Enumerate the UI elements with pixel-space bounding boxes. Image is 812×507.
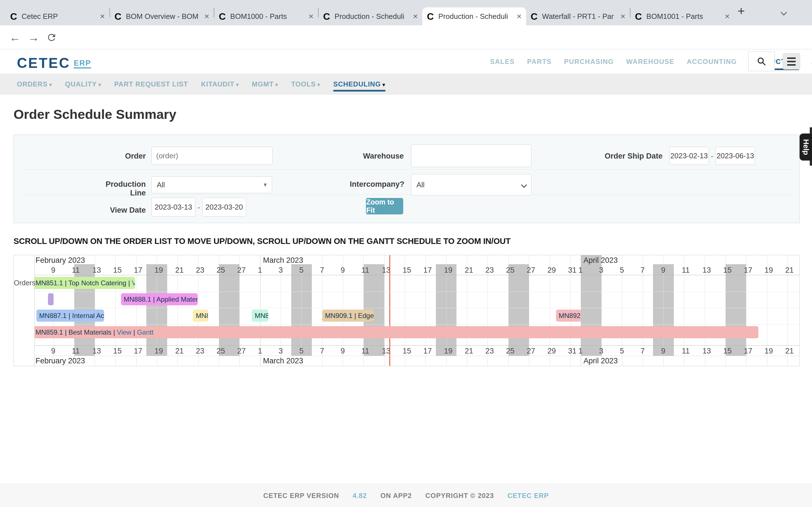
orders-column: Orders	[14, 255, 35, 366]
tab-title: Production - Scheduli	[335, 12, 410, 21]
browser-tab[interactable]: CBOM Overview - BOM×	[110, 7, 214, 25]
tab-close-icon[interactable]: ×	[204, 11, 209, 21]
day-label: 9	[341, 347, 345, 355]
gantt-timeline[interactable]: 7799111113131515171719192121232325252727…	[35, 255, 799, 366]
browser-tab[interactable]: CProduction - Scheduli×	[319, 7, 422, 25]
gantt-bar[interactable]: MN888.1 | Applied Materials, In	[121, 293, 198, 305]
day-label: 21	[785, 347, 794, 355]
ship-date-from[interactable]: 2023-02-13	[669, 147, 709, 165]
subnav-item-orders[interactable]: ORDERS▾	[17, 77, 52, 92]
day-label: 11	[72, 347, 80, 355]
select-chevron-icon	[521, 182, 527, 187]
tab-close-icon[interactable]: ×	[516, 11, 522, 21]
day-label: 31	[568, 347, 576, 355]
tab-search-chevron-icon[interactable]	[781, 10, 786, 16]
browser-tab[interactable]: CBOM1001 - Parts×	[630, 7, 734, 25]
day-label: 27	[527, 266, 535, 275]
forward-icon[interactable]: →	[27, 31, 41, 45]
hamburger-menu-button[interactable]	[783, 53, 800, 69]
cetec-logo[interactable]: CETECERP	[17, 55, 91, 71]
today-line	[389, 255, 390, 366]
gantt-bar[interactable]: MN89	[193, 309, 208, 322]
nav-item-accounting[interactable]: ACCOUNTING	[687, 53, 737, 70]
browser-toolbar: ← → demo.cetecerp.com/productionscheduli…	[0, 25, 812, 49]
zoom-to-fit-button[interactable]: Zoom to Fit	[366, 198, 403, 214]
day-label: 19	[154, 266, 163, 275]
weekend-band	[581, 255, 601, 356]
nav-item-warehouse[interactable]: WAREHOUSE	[626, 53, 674, 70]
day-label: 1	[258, 266, 262, 275]
tab-strip: CCetec ERP×CBOM Overview - BOM×CBOM1000 …	[0, 0, 812, 25]
help-tab[interactable]: Help	[800, 133, 812, 161]
nav-item-sales[interactable]: SALES	[490, 53, 515, 70]
subnav-item-tools[interactable]: TOOLS▾	[291, 77, 320, 92]
gantt-bar[interactable]: MN859.1 | Best Materials | View | Gantt	[35, 326, 758, 338]
bar-link-view[interactable]: View	[117, 328, 132, 336]
day-label: 7	[320, 347, 324, 355]
gantt-bar[interactable]	[48, 293, 54, 305]
subnav-item-scheduling[interactable]: SCHEDULING▾	[333, 77, 386, 92]
view-date-to[interactable]: 2023-03-20	[202, 198, 246, 217]
day-label: 27	[237, 266, 246, 275]
bar-link-view[interactable]: View	[132, 279, 135, 287]
footer-link[interactable]: CETEC ERP	[507, 492, 549, 500]
page-title: Order Schedule Summary	[13, 107, 176, 122]
gantt-bar[interactable]: MN851.1 | Top Notch Catering | View | Ga	[35, 277, 135, 289]
gantt-footer-divider	[14, 345, 799, 346]
intercompany-select[interactable]: All	[411, 174, 531, 195]
back-icon[interactable]: ←	[8, 31, 22, 45]
day-label: 15	[403, 347, 411, 355]
month-label: February 2023	[36, 356, 85, 365]
day-label: 9	[341, 266, 345, 275]
day-label: 5	[299, 266, 303, 275]
footer-link[interactable]: 4.82	[352, 492, 367, 500]
day-label: 7	[320, 266, 324, 275]
bar-link-gantt[interactable]: Gantt	[137, 328, 154, 336]
nav-item-parts[interactable]: PARTS	[527, 53, 552, 70]
weekend-band	[725, 264, 746, 356]
warehouse-input[interactable]	[411, 145, 531, 167]
subnav-item-mgmt[interactable]: MGMT▾	[252, 77, 278, 92]
browser-tab[interactable]: CCetec ERP×	[6, 7, 109, 25]
nav-item-purchasing[interactable]: PURCHASING	[564, 53, 614, 70]
browser-tab[interactable]: CProduction - Scheduli×	[422, 7, 526, 25]
tab-title: BOM1000 - Parts	[231, 12, 305, 21]
gantt-bar[interactable]: MN87	[252, 309, 268, 322]
browser-tab[interactable]: CWaterfall - PRT1 - Par×	[526, 7, 630, 25]
day-label: 11	[682, 347, 690, 355]
browser-tab[interactable]: CBOM1000 - Parts×	[214, 7, 318, 25]
tab-close-icon[interactable]: ×	[308, 11, 313, 21]
day-label: 23	[485, 347, 494, 355]
day-label: 17	[423, 266, 432, 275]
subnav-item-kitaudit[interactable]: KITAUDIT▾	[201, 77, 239, 92]
gantt-chart[interactable]: 7799111113131515171719192121232325252727…	[13, 255, 800, 366]
view-date-from[interactable]: 2023-03-13	[151, 198, 195, 217]
production-line-select[interactable]: All▾	[151, 176, 272, 193]
day-label: 15	[403, 266, 411, 275]
day-label: 11	[72, 266, 80, 275]
subnav-item-quality[interactable]: QUALITY▾	[65, 77, 101, 92]
ship-date-label: Order Ship Date	[578, 152, 663, 161]
month-label: April 2023	[583, 256, 618, 265]
reload-icon[interactable]	[45, 31, 59, 45]
gantt-footer-divider	[14, 356, 799, 356]
day-label: 25	[506, 347, 515, 355]
ship-date-to[interactable]: 2023-06-13	[716, 147, 755, 165]
day-label: 1	[258, 347, 262, 355]
search-button[interactable]	[748, 52, 775, 71]
gantt-bar[interactable]: MN887.1 | Internal Account	[36, 309, 104, 322]
subnav-item-part-request-list[interactable]: PART REQUEST LIST	[114, 77, 188, 92]
gantt-bar[interactable]: MN909.1 | Edge Pro	[322, 309, 374, 322]
tab-close-icon[interactable]: ×	[100, 11, 105, 21]
tab-close-icon[interactable]: ×	[620, 11, 625, 21]
day-label: 29	[548, 347, 556, 355]
day-label: 5	[620, 347, 624, 355]
tab-close-icon[interactable]: ×	[725, 11, 730, 21]
tab-close-icon[interactable]: ×	[413, 11, 418, 21]
order-input[interactable]	[151, 147, 273, 165]
month-label: March 2023	[263, 256, 303, 265]
new-tab-button[interactable]: +	[738, 4, 745, 18]
day-label: 27	[527, 347, 535, 355]
gantt-bar[interactable]: MN892.1	[556, 309, 581, 322]
day-label: 21	[785, 266, 794, 275]
